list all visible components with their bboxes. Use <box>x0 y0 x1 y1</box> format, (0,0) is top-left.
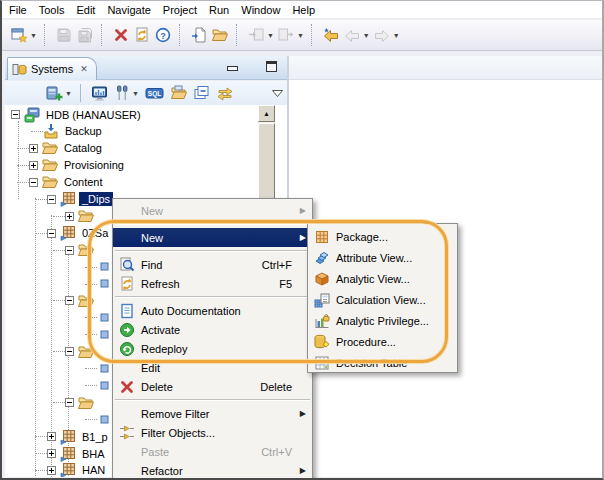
submenu-item-decision-table[interactable]: Decision Table <box>308 352 457 373</box>
view-menu-button[interactable] <box>268 82 287 104</box>
package-icon <box>60 462 76 477</box>
tree-row-provisioning[interactable]: Provisioning <box>5 157 287 174</box>
decision-table-icon <box>314 355 332 371</box>
context-menu-item-refresh[interactable]: RefreshF5 <box>113 274 312 293</box>
expand-icon[interactable] <box>29 161 38 170</box>
collapse-icon[interactable] <box>47 229 56 238</box>
forward-button[interactable]: ▼ <box>372 23 402 47</box>
menu-tools[interactable]: Tools <box>35 2 73 18</box>
minimize-icon[interactable] <box>227 66 238 71</box>
submenu-item-procedure[interactable]: Procedure... <box>308 331 457 352</box>
collapse-icon[interactable] <box>65 296 74 305</box>
context-menu-item-paste-disabled[interactable]: PasteCtrl+V <box>113 442 312 461</box>
dropdown-caret-icon[interactable]: ▼ <box>363 32 370 39</box>
context-menu-item-filter-objects[interactable]: Filter Objects... <box>113 423 312 442</box>
tree-row-hdb-hanauser[interactable]: HDB (HANAUSER) <box>5 106 287 123</box>
forward-icon <box>374 27 391 44</box>
refresh-button[interactable] <box>132 23 153 47</box>
tree-connector-stub <box>53 351 65 352</box>
menu-separator <box>113 220 312 228</box>
dropdown-caret-icon[interactable]: ▼ <box>297 32 304 39</box>
collapse-icon[interactable] <box>29 178 38 187</box>
dropdown-caret-icon[interactable]: ▼ <box>393 32 400 39</box>
context-menu-item-new-highlighted[interactable]: New▶ <box>113 228 312 247</box>
open-file-button[interactable] <box>189 23 210 47</box>
dropdown-caret-icon[interactable]: ▼ <box>65 90 72 97</box>
find-system-button[interactable] <box>167 82 190 104</box>
menu-help[interactable]: Help <box>288 2 323 18</box>
back-button[interactable]: ▼ <box>342 23 372 47</box>
context-menu-item-refactor[interactable]: Refactor▶ <box>113 461 312 480</box>
submenu-item-analytic-view[interactable]: Analytic View... <box>308 268 457 289</box>
close-icon[interactable]: ✕ <box>80 64 88 74</box>
import-button[interactable]: ▼ <box>246 23 276 47</box>
filter-icon <box>119 425 137 441</box>
collapse-icon[interactable] <box>65 246 74 255</box>
menu-project[interactable]: Project <box>159 2 205 18</box>
sql-console-button[interactable]: SQL <box>142 82 167 104</box>
help-button[interactable]: ? <box>153 23 174 47</box>
configuration-button[interactable]: ▼ <box>111 82 142 104</box>
save-all-button[interactable] <box>75 23 96 47</box>
toolbar-separator <box>311 24 315 46</box>
dropdown-caret-icon[interactable]: ▼ <box>267 32 274 39</box>
menu-file[interactable]: File <box>5 2 35 18</box>
submenu-item-attribute-view[interactable]: Attribute View... <box>308 247 457 268</box>
delete-button[interactable] <box>111 23 132 47</box>
tree-label <box>97 402 103 404</box>
administration-console-button[interactable] <box>88 82 111 104</box>
collapse-icon[interactable] <box>47 195 56 204</box>
svg-text:SQL: SQL <box>148 90 161 98</box>
link-with-editor-button[interactable] <box>213 82 237 104</box>
analytic-privilege-icon <box>314 313 332 329</box>
new-wizard-button[interactable]: ▼ <box>9 23 39 47</box>
context-menu-item-new-disabled[interactable]: New▶ <box>113 201 312 220</box>
last-edit-location-button[interactable] <box>321 23 342 47</box>
save-icon <box>56 27 73 44</box>
expand-icon[interactable] <box>47 432 56 441</box>
add-system-button[interactable]: ▼ <box>43 82 75 104</box>
expand-icon[interactable] <box>65 212 74 221</box>
context-menu-item-activate[interactable]: Activate <box>113 320 312 339</box>
collapse-all-button[interactable] <box>190 82 213 104</box>
tree-row-catalog[interactable]: Catalog <box>5 140 287 157</box>
context-menu-item-delete[interactable]: DeleteDelete <box>113 377 312 396</box>
submenu-item-package[interactable]: Package... <box>308 226 457 247</box>
save-button[interactable] <box>54 23 75 47</box>
save-all-icon <box>77 27 94 44</box>
submenu-item-analytic-privilege[interactable]: Analytic Privilege... <box>308 310 457 331</box>
context-menu-item-auto-documentation[interactable]: Auto Documentation <box>113 301 312 320</box>
collapse-icon[interactable] <box>65 347 74 356</box>
maximize-icon[interactable] <box>266 61 277 72</box>
open-folder-button[interactable] <box>210 23 231 47</box>
editor-tab-strip <box>289 56 602 80</box>
tab-systems[interactable]: Systems ✕ <box>7 57 97 80</box>
toolbar-separator <box>80 84 83 102</box>
menu-item-shortcut: Ctrl+V <box>261 446 308 458</box>
menu-item-label: Package... <box>332 231 388 243</box>
menu-navigate[interactable]: Navigate <box>103 2 158 18</box>
open-folder-icon <box>212 27 229 44</box>
scroll-up-arrow-icon[interactable]: ▲ <box>258 105 275 122</box>
menu-edit[interactable]: Edit <box>72 2 103 18</box>
menu-item-label: Analytic Privilege... <box>332 315 429 327</box>
menu-run[interactable]: Run <box>205 2 237 18</box>
collapse-icon[interactable] <box>65 398 74 407</box>
expand-icon[interactable] <box>47 466 56 475</box>
context-menu-item-remove-filter[interactable]: Remove Filter▶ <box>113 404 312 423</box>
tree-row-content[interactable]: Content <box>5 174 287 191</box>
expand-icon[interactable] <box>29 144 38 153</box>
back-icon <box>344 27 361 44</box>
tree-label: Content <box>61 175 106 189</box>
context-menu-item-edit[interactable]: Edit <box>113 358 312 377</box>
context-menu-item-redeploy[interactable]: Redeploy <box>113 339 312 358</box>
tree-row-backup[interactable]: Backup <box>5 123 287 140</box>
collapse-icon[interactable] <box>11 110 20 119</box>
export-button[interactable]: ▼ <box>276 23 306 47</box>
menu-window[interactable]: Window <box>237 2 288 18</box>
context-menu-item-find[interactable]: FindCtrl+F <box>113 255 312 274</box>
dropdown-caret-icon[interactable]: ▼ <box>132 90 139 97</box>
dropdown-caret-icon[interactable]: ▼ <box>30 32 37 39</box>
submenu-item-calculation-view[interactable]: Calculation View... <box>308 289 457 310</box>
expand-icon[interactable] <box>47 449 56 458</box>
